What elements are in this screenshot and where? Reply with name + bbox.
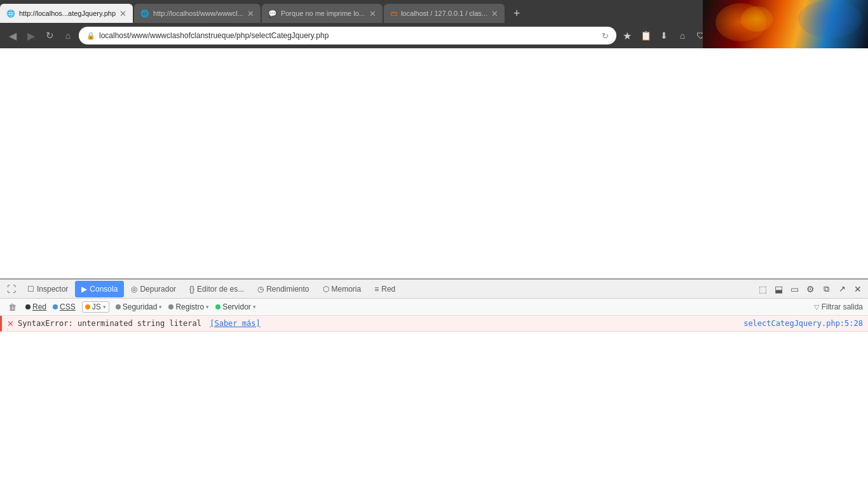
devtools-tab-bar: ⛶ ☐ Inspector ▶ Consola ◎ Depurador {} E…	[0, 280, 868, 299]
reload-page-icon[interactable]: ↻	[602, 31, 609, 41]
tab-4[interactable]: 🗃 localhost / 127.0.0.1 / clas... ✕	[384, 4, 505, 23]
tab-rendimiento[interactable]: ◷ Rendimiento	[251, 281, 315, 297]
filter-dot-red	[25, 304, 31, 309]
back-button[interactable]: ◀	[5, 28, 20, 43]
browser-art	[703, 0, 868, 48]
home-icon-2[interactable]: ⌂	[675, 28, 690, 43]
filter-red[interactable]: Red	[25, 302, 46, 311]
filter-dot-css	[53, 304, 58, 309]
tab-editor[interactable]: {} Editor de es...	[183, 281, 250, 297]
browser-window: 🌐 http://localhos...ategJquery.php ✕ 🌐 h…	[0, 0, 868, 488]
depurador-icon: ◎	[131, 285, 137, 294]
inspector-label: Inspector	[37, 285, 68, 294]
devtools-dock-bottom-icon[interactable]: ⬓	[771, 281, 786, 297]
error-message-text: SyntaxError: unterminated string literal	[18, 319, 206, 328]
tab-2[interactable]: 🌐 http://localhost/www/wwwcl... ✕	[134, 4, 261, 23]
forward-button[interactable]: ▶	[24, 28, 39, 43]
filter-dot-servidor	[215, 304, 220, 309]
error-x-icon: ✕	[7, 319, 14, 329]
rendimiento-icon: ◷	[257, 285, 264, 294]
editor-icon: {}	[189, 285, 194, 294]
devtools-close-icon[interactable]: ✕	[850, 281, 865, 297]
red-icon: ≡	[374, 285, 379, 294]
filter-dot-seguridad	[116, 304, 121, 309]
reload-button[interactable]: ↻	[42, 28, 57, 43]
tab-favicon-4: 🗃	[390, 10, 397, 17]
consola-icon: ▶	[81, 285, 87, 294]
tab-memoria[interactable]: ⬡ Memoria	[316, 281, 368, 297]
filter-js[interactable]: JS ▾	[82, 301, 109, 313]
devtools-responsive-icon[interactable]: ⧉	[818, 281, 834, 297]
filtrar-salida-label: Filtrar salida	[822, 302, 863, 311]
tab-favicon-3: 💬	[268, 10, 277, 18]
filter-dot-js	[85, 304, 90, 309]
filter-seguridad[interactable]: Seguridad ▾	[116, 302, 163, 311]
tab-consola[interactable]: ▶ Consola	[75, 281, 124, 297]
home-button[interactable]: ⌂	[60, 28, 76, 43]
console-filter-bar: 🗑 Red CSS JS ▾ Seguridad ▾	[0, 299, 868, 316]
depurador-label: Depurador	[140, 285, 176, 294]
tab-1[interactable]: 🌐 http://localhos...ategJquery.php ✕	[0, 4, 133, 23]
filter-css[interactable]: CSS	[53, 302, 76, 311]
page-content	[0, 48, 868, 278]
devtools-pick-tool[interactable]: ⛶	[3, 281, 20, 297]
memoria-label: Memoria	[332, 285, 362, 294]
rendimiento-label: Rendimiento	[266, 285, 309, 294]
memoria-icon: ⬡	[323, 285, 329, 294]
new-tab-button[interactable]: +	[507, 4, 526, 23]
url-bar[interactable]: 🔒 localhost/www/wwwclashofclanstrueque/p…	[79, 27, 616, 44]
devtools-dock-side-icon[interactable]: ▭	[787, 281, 802, 297]
tab-3[interactable]: 💬 Porque no me imprime lo... ✕	[262, 4, 383, 23]
filter-seguridad-arrow: ▾	[159, 304, 162, 310]
console-error-row: ✕ SyntaxError: unterminated string liter…	[0, 316, 868, 332]
console-output: ✕ SyntaxError: unterminated string liter…	[0, 316, 868, 488]
devtools-settings-icon[interactable]: ⚙	[803, 281, 818, 297]
reading-list-icon[interactable]: 📋	[638, 28, 653, 43]
download-icon[interactable]: ⬇	[656, 28, 672, 43]
filter-js-arrow: ▾	[103, 304, 106, 310]
consola-label: Consola	[90, 285, 118, 294]
tab-title-4: localhost / 127.0.0.1 / clas...	[401, 10, 487, 17]
tab-depurador[interactable]: ◎ Depurador	[125, 281, 182, 297]
error-learn-more-link[interactable]: [Saber más]	[210, 319, 260, 328]
filter-dot-registro	[168, 304, 173, 309]
filter-servidor-arrow: ▾	[253, 304, 256, 310]
tab-title-1: http://localhos...ategJquery.php	[19, 10, 116, 17]
tab-close-3[interactable]: ✕	[369, 9, 376, 18]
filter-registro-arrow: ▾	[206, 304, 209, 310]
tab-close-1[interactable]: ✕	[119, 9, 126, 18]
tab-close-2[interactable]: ✕	[247, 9, 254, 18]
tab-favicon-2: 🌐	[140, 10, 149, 18]
devtools-popout-icon[interactable]: ↗	[834, 281, 850, 297]
filter-servidor[interactable]: Servidor ▾	[215, 302, 256, 311]
tab-close-4[interactable]: ✕	[491, 9, 498, 18]
tab-inspector[interactable]: ☐ Inspector	[21, 281, 74, 297]
url-text: localhost/www/wwwclashofclanstrueque/php…	[99, 31, 598, 40]
clear-console-button[interactable]: 🗑	[5, 300, 19, 314]
lock-icon: 🔒	[86, 32, 95, 40]
tab-title-3: Porque no me imprime lo...	[281, 10, 365, 17]
error-source-link[interactable]: selectCategJquery.php:5:28	[743, 319, 863, 328]
tab-favicon-1: 🌐	[6, 10, 15, 18]
devtools-panel: ⛶ ☐ Inspector ▶ Consola ◎ Depurador {} E…	[0, 278, 868, 488]
tab-title-2: http://localhost/www/wwwcl...	[153, 10, 243, 17]
bookmark-star-icon[interactable]: ★	[620, 28, 635, 43]
devtools-dock-split-icon[interactable]: ⬚	[755, 281, 770, 297]
red-label: Red	[381, 285, 395, 294]
tab-red[interactable]: ≡ Red	[368, 281, 402, 297]
filtrar-salida-button[interactable]: ▽ Filtrar salida	[814, 302, 863, 311]
filter-funnel-icon: ▽	[814, 303, 819, 311]
editor-label: Editor de es...	[197, 285, 244, 294]
filter-registro[interactable]: Registro ▾	[168, 302, 209, 311]
inspector-icon: ☐	[27, 285, 34, 294]
